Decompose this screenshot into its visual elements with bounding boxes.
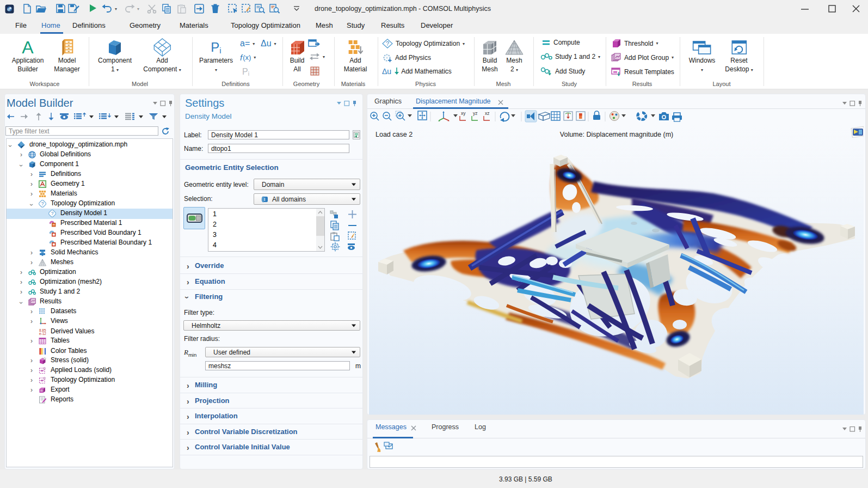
svg-text:xz: xz: [485, 111, 490, 116]
svg-text:yz: yz: [473, 111, 478, 116]
svg-text:xy: xy: [461, 111, 466, 116]
svg-text:?: ?: [386, 40, 389, 47]
svg-text:Load case 2: Load case 2: [375, 131, 413, 138]
svg-text:Volume: Displacement magnitude: Volume: Displacement magnitude (m): [560, 131, 673, 138]
